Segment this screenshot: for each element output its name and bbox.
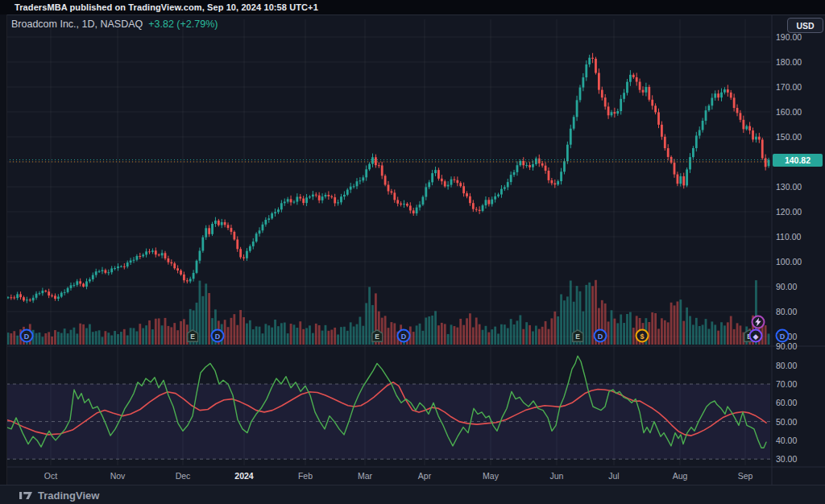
price-tick-label: 130.00	[776, 182, 802, 192]
time-tick-sep: Sep	[738, 471, 753, 481]
symbol-legend[interactable]: Broadcom Inc., 1D, NASDAQ+3.82 (+2.79%)	[11, 19, 218, 30]
symbol-title[interactable]: Broadcom Inc., 1D, NASDAQ	[11, 19, 143, 30]
rsi-tick-label: 60.00	[776, 398, 797, 407]
symbol-change: +3.82 (+2.79%)	[148, 19, 218, 30]
tradingview-wordmark[interactable]: TradingView	[38, 490, 99, 502]
rsi-tick-label: 40.00	[776, 436, 797, 445]
chart-canvas[interactable]	[0, 0, 825, 504]
time-tick-2024: 2024	[234, 471, 253, 481]
attribution-text: TradersMBA published on TradingView.com,…	[15, 2, 318, 12]
dividend-marker-icon[interactable]: D	[776, 329, 790, 343]
tradingview-logo-icon[interactable]	[19, 490, 33, 501]
time-tick-feb: Feb	[298, 471, 313, 481]
rsi-tick-label: 90.00	[776, 341, 797, 351]
time-tick-jul: Jul	[608, 471, 619, 481]
earnings-marker-icon[interactable]: E	[572, 329, 584, 342]
price-tick-label: 150.00	[776, 132, 802, 142]
last-price-label: 140.82	[773, 154, 823, 167]
footer-bar: TradingView	[0, 485, 825, 504]
rsi-tick-label: 70.00	[776, 379, 797, 389]
time-tick-apr: Apr	[418, 471, 431, 481]
dividend-marker-icon[interactable]: D	[397, 329, 411, 343]
attribution-bar: TradersMBA published on TradingView.com,…	[0, 0, 825, 14]
time-tick-aug: Aug	[673, 471, 688, 481]
price-tick-label: 100.00	[776, 257, 802, 266]
time-tick-mar: Mar	[358, 471, 372, 481]
dividend-marker-icon[interactable]: D	[594, 329, 607, 343]
diamond-marker-icon[interactable]: ◆	[749, 329, 763, 343]
price-tick-label: 160.00	[776, 107, 802, 117]
time-tick-jun: Jun	[550, 471, 564, 481]
rsi-tick-label: 80.00	[776, 361, 797, 370]
price-tick-label: 80.00	[776, 307, 797, 316]
currency-toggle-button[interactable]: USD	[787, 18, 823, 33]
earnings-marker-icon[interactable]: E	[187, 329, 199, 342]
price-tick-label: 190.00	[776, 32, 802, 42]
time-tick-oct: Oct	[44, 471, 57, 481]
lightning-marker-icon[interactable]	[752, 316, 765, 329]
price-tick-label: 120.00	[776, 207, 802, 217]
dollar-marker-icon[interactable]: $	[636, 329, 649, 343]
left-edge-strip	[0, 14, 7, 485]
time-tick-nov: Nov	[110, 471, 126, 481]
price-tick-label: 110.00	[776, 232, 801, 242]
time-tick-may: May	[483, 471, 499, 481]
price-tick-label: 170.00	[776, 82, 802, 92]
rsi-tick-label: 30.00	[776, 454, 797, 464]
earnings-marker-icon[interactable]: E	[371, 329, 383, 342]
time-tick-dec: Dec	[176, 471, 191, 481]
price-tick-label: 180.00	[776, 57, 802, 67]
rsi-tick-label: 50.00	[776, 417, 797, 427]
dividend-marker-icon[interactable]: D	[20, 329, 34, 343]
tradingview-snapshot: TradersMBA published on TradingView.com,…	[0, 0, 825, 504]
price-tick-label: 90.00	[776, 282, 797, 291]
dividend-marker-icon[interactable]: D	[211, 329, 225, 343]
